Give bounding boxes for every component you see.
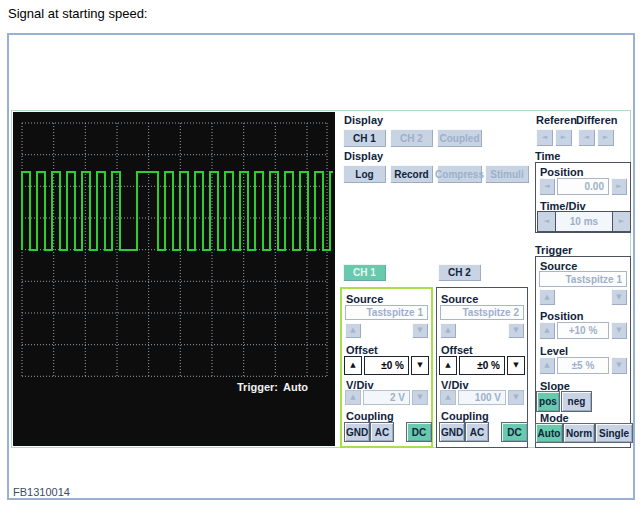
record-button[interactable]: Record	[390, 165, 433, 183]
trigger-position-up-button[interactable]: ▲	[539, 322, 555, 339]
arrow-down-icon: ▼	[417, 394, 422, 401]
oscilloscope-screen: Trigger: Auto	[13, 112, 335, 446]
compress-button[interactable]: Compress	[437, 165, 482, 183]
tab-ch1[interactable]: CH 1	[343, 264, 386, 281]
ch1-source-up-button[interactable]: ▲	[345, 323, 361, 338]
arrow-down-icon: ▼	[417, 327, 422, 334]
difference-next-button[interactable]: ►	[597, 129, 614, 146]
timediv-decrease-button[interactable]: ◄	[538, 212, 556, 231]
trigger-readout-value: Auto	[283, 381, 308, 393]
figure-id: FB1310014	[13, 486, 70, 498]
time-position-decrease-button[interactable]: ◄	[539, 178, 555, 195]
ch2-vdiv-down-button[interactable]: ▼	[508, 390, 524, 405]
page-title: Signal at starting speed:	[8, 6, 147, 21]
ch1-offset-spinner: ▲ ±0 % ▼	[344, 356, 429, 375]
ch1-offset-value: ±0 %	[364, 356, 409, 375]
arrow-up-icon: ▲	[350, 362, 355, 369]
display-coupled-button[interactable]: Coupled	[437, 129, 482, 147]
time-position-value: 0.00	[557, 178, 609, 195]
mode-single-button[interactable]: Single	[595, 423, 633, 443]
arrow-up-icon: ▲	[445, 327, 450, 334]
display-channels-label: Display	[344, 114, 383, 126]
ch1-offset-up-button[interactable]: ▲	[344, 356, 362, 375]
trigger-source-value: Tastspitze 1	[539, 271, 627, 287]
trigger-level-down-button[interactable]: ▼	[611, 357, 627, 374]
arrow-down-icon: ▼	[616, 362, 621, 369]
ch2-source-down-button[interactable]: ▼	[508, 323, 524, 338]
trigger-source-up-button[interactable]: ▲	[539, 289, 555, 305]
ch2-source-label: Source	[441, 293, 478, 305]
time-position-label: Position	[540, 166, 583, 178]
reference-prev-button[interactable]: ◄	[536, 129, 553, 146]
timediv-spinner: ◄ 10 ms ►	[537, 211, 631, 232]
arrow-up-icon: ▲	[350, 327, 355, 334]
ch1-source-label: Source	[346, 293, 383, 305]
slope-neg-button[interactable]: neg	[561, 391, 592, 412]
arrow-down-icon: ▼	[513, 327, 518, 334]
waveform-display	[13, 112, 335, 446]
arrow-down-icon: ▼	[513, 394, 518, 401]
trigger-level-label: Level	[540, 345, 568, 357]
ch2-source-value: Tastspitze 2	[440, 305, 524, 320]
ch2-coupling-dc-button[interactable]: DC	[501, 422, 528, 442]
trigger-label: Trigger	[535, 244, 572, 256]
ch2-coupling-gnd-button[interactable]: GND	[439, 422, 465, 442]
trigger-level-value: ±5 %	[557, 357, 609, 374]
time-position-increase-button[interactable]: ►	[611, 178, 627, 195]
arrow-up-icon: ▲	[544, 294, 549, 301]
trigger-position-value: +10 %	[557, 322, 609, 339]
arrow-up-icon: ▲	[350, 394, 355, 401]
ch1-offset-label: Offset	[346, 344, 378, 356]
timediv-value: 10 ms	[556, 212, 612, 231]
ch2-offset-up-button[interactable]: ▲	[439, 356, 457, 375]
ch2-offset-label: Offset	[441, 344, 473, 356]
mode-auto-button[interactable]: Auto	[535, 423, 563, 443]
trigger-level-up-button[interactable]: ▲	[539, 357, 555, 374]
ch1-vdiv-up-button[interactable]: ▲	[345, 390, 361, 405]
arrow-right-icon: ►	[616, 183, 621, 190]
trigger-readout-label: Trigger:	[237, 381, 278, 393]
mode-norm-button[interactable]: Norm	[563, 423, 595, 443]
reference-label: Referen	[536, 114, 577, 126]
display-ch1-button[interactable]: CH 1	[343, 129, 386, 147]
ch1-source-down-button[interactable]: ▼	[412, 323, 428, 338]
page: { "title": "Signal at starting speed:", …	[0, 0, 642, 516]
log-button[interactable]: Log	[343, 165, 386, 183]
reference-next-button[interactable]: ►	[555, 129, 572, 146]
arrow-left-icon: ◄	[544, 183, 549, 190]
stimuli-button[interactable]: Stimuli	[485, 165, 529, 183]
trigger-position-down-button[interactable]: ▼	[611, 322, 627, 339]
display-ch2-button[interactable]: CH 2	[390, 129, 433, 147]
trigger-source-down-button[interactable]: ▼	[611, 289, 627, 305]
ch1-coupling-gnd-button[interactable]: GND	[344, 422, 370, 442]
arrow-left-icon: ◄	[544, 218, 549, 225]
ch1-source-value: Tastspitze 1	[345, 305, 428, 320]
ch1-offset-down-button[interactable]: ▼	[411, 356, 429, 375]
ch1-coupling-label: Coupling	[346, 410, 394, 422]
ch2-source-up-button[interactable]: ▲	[440, 323, 456, 338]
ch1-coupling-ac-button[interactable]: AC	[370, 422, 394, 442]
arrow-down-icon: ▼	[513, 362, 518, 369]
ch2-coupling-ac-button[interactable]: AC	[465, 422, 489, 442]
arrow-down-icon: ▼	[616, 327, 621, 334]
ch1-vdiv-down-button[interactable]: ▼	[412, 390, 428, 405]
ch1-panel: Source Tastspitze 1 ▲ ▼ Offset ▲ ±0 % ▼ …	[340, 287, 433, 448]
arrow-up-icon: ▲	[544, 362, 549, 369]
ch2-vdiv-up-button[interactable]: ▲	[440, 390, 456, 405]
ch1-coupling-dc-button[interactable]: DC	[406, 422, 432, 442]
tab-ch2[interactable]: CH 2	[438, 264, 481, 281]
arrow-right-icon: ►	[619, 218, 624, 225]
ch2-vdiv-spinner: ▲ 100 V ▼	[440, 390, 524, 405]
ch2-vdiv-value: 100 V	[458, 390, 506, 405]
arrow-left-icon: ◄	[542, 134, 547, 141]
ch2-coupling-label: Coupling	[441, 410, 489, 422]
ch2-offset-down-button[interactable]: ▼	[507, 356, 525, 375]
timediv-increase-button[interactable]: ►	[612, 212, 630, 231]
slope-pos-button[interactable]: pos	[536, 391, 560, 412]
arrow-up-icon: ▲	[445, 394, 450, 401]
arrow-right-icon: ►	[603, 134, 608, 141]
arrow-up-icon: ▲	[544, 327, 549, 334]
arrow-down-icon: ▼	[417, 362, 422, 369]
difference-prev-button[interactable]: ◄	[578, 129, 595, 146]
trigger-position-label: Position	[540, 310, 583, 322]
